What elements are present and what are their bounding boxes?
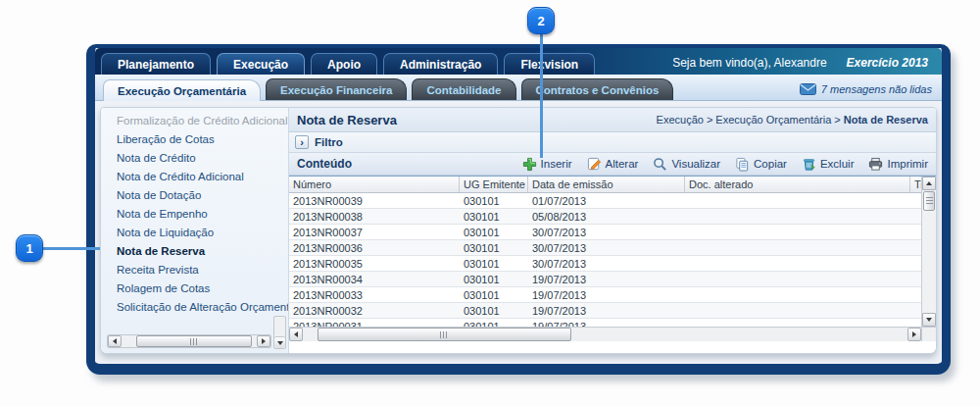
cell-data: 05/08/2013 [528, 211, 685, 223]
cell-ug: 030101 [460, 274, 528, 285]
cell-data: 30/07/2013 [528, 242, 685, 254]
cell-numero: 2013NR00032 [289, 305, 460, 317]
scrollbar-thumb[interactable] [318, 328, 571, 341]
scroll-down-button[interactable] [922, 313, 936, 327]
insert-button[interactable]: Inserir [522, 157, 572, 172]
results-table: Número UG Emitente Data de emissão Doc. … [289, 176, 936, 327]
content-label: Conteúdo [297, 157, 352, 171]
unread-messages-text: 7 mensagens não lidas [821, 83, 932, 95]
scroll-left-button[interactable] [289, 328, 303, 341]
delete-button[interactable]: Excluir [802, 157, 855, 172]
table-columns: Número UG Emitente Data de emissão Doc. … [289, 177, 921, 327]
subtab-contabilidade[interactable]: Contabilidade [412, 78, 515, 100]
table-row[interactable]: 2013NR00035 030101 30/07/2013 [289, 256, 921, 272]
sidebar-item-nota-de-credito-adicional[interactable]: Nota de Crédito Adicional [101, 168, 288, 186]
sidebar-item-receita-prevista[interactable]: Receita Prevista [101, 261, 288, 279]
print-button[interactable]: Imprimir [868, 157, 928, 172]
edit-button[interactable]: Alterar [587, 157, 639, 172]
sidebar-item-nota-de-liquidacao[interactable]: Nota de Liquidação [101, 224, 288, 242]
cell-numero: 2013NR00037 [289, 227, 460, 238]
view-button[interactable]: Visualizar [653, 157, 720, 172]
cell-data: 19/07/2013 [528, 274, 685, 285]
cell-data: 30/07/2013 [528, 227, 685, 238]
tab-flexvision[interactable]: Flexvision [504, 53, 595, 75]
filter-label[interactable]: Filtro [315, 136, 343, 148]
sub-tab-bar: Execução Orçamentária Execução Financeir… [95, 75, 942, 101]
scroll-up-button[interactable] [922, 177, 936, 190]
table-row[interactable]: 2013NR00038 030101 05/08/2013 [289, 209, 921, 225]
sidebar-item-nota-de-credito[interactable]: Nota de Crédito [101, 149, 288, 168]
table-row[interactable]: 2013NR00039 030101 01/07/2013 [289, 193, 921, 209]
cell-numero: 2013NR00033 [289, 289, 460, 301]
cell-ug: 030101 [460, 211, 528, 223]
welcome-text: Seja bem vindo(a), Alexandre [672, 56, 826, 70]
column-header-ug-emitente[interactable]: UG Emitente [460, 177, 528, 192]
sidebar-item-nota-de-empenho[interactable]: Nota de Empenho [101, 205, 288, 224]
sidebar-item-formalizacao-credito-adicional: Formalização de Crédito Adicional [101, 112, 288, 130]
sidebar-item-liberacao-de-cotas[interactable]: Liberação de Cotas [101, 130, 288, 149]
sidebar-horizontal-scrollbar[interactable] [107, 334, 271, 348]
tab-apoio[interactable]: Apoio [311, 53, 377, 75]
cell-ug: 030101 [460, 258, 528, 270]
table-row[interactable]: 2013NR00033 030101 19/07/2013 [289, 287, 921, 303]
sidebar-vertical-scrollbar[interactable] [273, 316, 286, 349]
column-header-tipo[interactable]: Tipo [910, 177, 921, 192]
exercise-label: Exercício 2013 [847, 56, 928, 70]
column-header-data-emissao[interactable]: Data de emissão [528, 177, 685, 192]
sidebar-item-nota-de-reserva[interactable]: Nota de Reserva [101, 242, 288, 261]
callout-badge-2: 2 [527, 7, 555, 34]
cell-numero: 2013NR00038 [289, 211, 460, 223]
table-horizontal-scrollbar[interactable] [289, 328, 921, 341]
table-row[interactable]: 2013NR00037 030101 30/07/2013 [289, 225, 921, 240]
table-vertical-scrollbar[interactable] [921, 177, 936, 327]
cell-ug: 030101 [460, 195, 528, 207]
table-row[interactable]: 2013NR00034 030101 19/07/2013 [289, 272, 921, 287]
callout-2-connector [540, 32, 543, 158]
unread-messages-link[interactable]: 7 mensagens não lidas [800, 83, 942, 100]
scrollbar-thumb[interactable] [923, 191, 935, 211]
scroll-down-button[interactable] [274, 336, 285, 348]
scroll-right-button[interactable] [257, 335, 270, 347]
scrollbar-track[interactable] [922, 212, 936, 313]
copy-button[interactable]: Copiar [735, 157, 787, 172]
table-horizontal-scrollbar-row [289, 327, 936, 341]
app-window: Planejamento Execução Apoio Administraçã… [86, 44, 951, 375]
tab-execucao[interactable]: Execução [217, 53, 305, 75]
callout-badge-1: 1 [16, 234, 43, 262]
table-row-partial[interactable]: 2013NR00031 030101 19/07/2013 [289, 319, 921, 327]
subtab-execucao-orcamentaria[interactable]: Execução Orçamentária [103, 79, 261, 101]
table-row[interactable]: 2013NR00032 030101 19/07/2013 [289, 303, 921, 319]
table-row[interactable]: 2013NR00036 030101 30/07/2013 [289, 240, 921, 256]
breadcrumb-separator: > [831, 114, 843, 126]
breadcrumb-execucao[interactable]: Execução [657, 114, 704, 126]
column-header-numero[interactable]: Número [289, 177, 460, 192]
print-label: Imprimir [887, 158, 928, 170]
view-label: Visualizar [671, 158, 720, 170]
tab-planejamento[interactable]: Planejamento [101, 53, 211, 75]
magnifier-icon [653, 157, 667, 172]
subtab-execucao-financeira[interactable]: Execução Financeira [266, 78, 407, 100]
tab-administracao[interactable]: Administração [383, 53, 498, 75]
scrollbar-thumb[interactable] [136, 335, 252, 347]
scroll-right-button[interactable] [907, 328, 921, 341]
breadcrumb-execucao-orcamentaria[interactable]: Execução Orçamentária [715, 114, 831, 126]
scrollbar-track[interactable] [303, 328, 907, 341]
sidebar-item-nota-de-dotacao[interactable]: Nota de Dotação [101, 186, 288, 205]
content-card: Formalização de Crédito Adicional Libera… [100, 107, 937, 354]
scrollbar-corner [921, 328, 936, 341]
plus-icon [522, 157, 537, 172]
insert-label: Inserir [541, 158, 572, 170]
subtab-contratos-convenios[interactable]: Contratos e Convênios [521, 78, 674, 100]
welcome-area: Seja bem vindo(a), Alexandre Exercício 2… [672, 56, 942, 75]
column-header-doc-alterado[interactable]: Doc. alterado [685, 177, 910, 192]
cell-data: 19/07/2013 [528, 305, 685, 317]
sidebar-item-solicitacao-alteracao[interactable]: Solicitação de Alteração Orçament [101, 298, 288, 317]
delete-label: Excluir [820, 158, 855, 170]
scrollbar-track[interactable] [122, 335, 257, 347]
filter-expand-button[interactable]: › [295, 135, 309, 149]
scroll-left-button[interactable] [108, 335, 122, 347]
edit-icon [587, 157, 602, 172]
printer-icon [868, 157, 883, 172]
copy-icon [735, 157, 750, 172]
sidebar-item-rolagem-de-cotas[interactable]: Rolagem de Cotas [101, 279, 288, 298]
